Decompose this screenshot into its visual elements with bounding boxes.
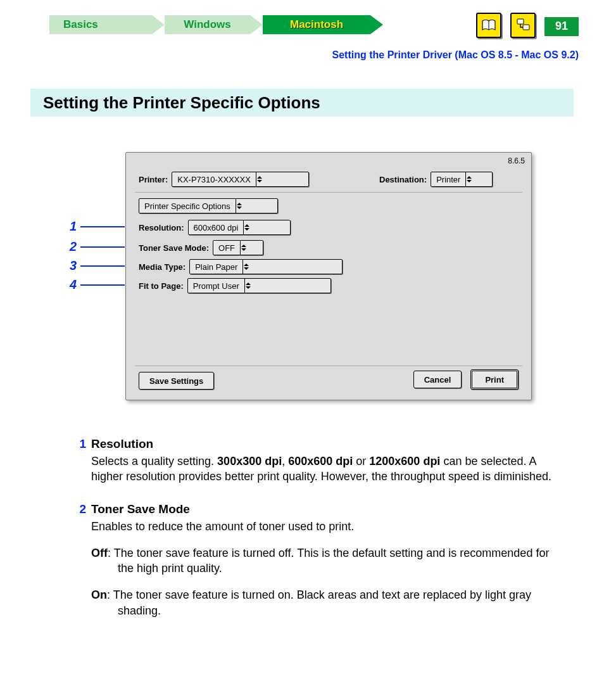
desc-num-2: 2 xyxy=(63,502,91,630)
fit-select[interactable]: Prompt User xyxy=(187,278,331,293)
destination-select[interactable]: Printer xyxy=(431,172,493,187)
book-icon[interactable] xyxy=(476,13,501,38)
page-title: Setting the Printer Specific Options xyxy=(43,93,320,113)
print-button[interactable]: Print xyxy=(470,369,519,390)
toner-label: Toner Save Mode: xyxy=(139,243,209,253)
tab-macintosh[interactable]: MacintoshMacintosh xyxy=(263,15,370,34)
dialog-version: 8.6.5 xyxy=(508,156,525,165)
resolution-select[interactable]: 600x600 dpi xyxy=(188,220,291,235)
dialog-printer-options: 8.6.5 Printer: KX-P7310-XXXXXX Destinati… xyxy=(125,152,532,400)
media-label: Media Type: xyxy=(139,262,186,272)
page-number: 91 xyxy=(544,17,579,36)
fit-label: Fit to Page: xyxy=(139,281,184,291)
toner-select[interactable]: OFF xyxy=(213,240,263,255)
save-settings-button[interactable]: Save Settings xyxy=(139,372,214,390)
panel-category-select[interactable]: Printer Specific Options xyxy=(139,198,278,213)
network-icon[interactable] xyxy=(510,13,536,38)
destination-label: Destination: xyxy=(379,175,427,184)
callout-3: 3 xyxy=(70,258,77,273)
tab-basics[interactable]: Basics xyxy=(49,15,152,34)
callout-1: 1 xyxy=(70,219,77,234)
media-select[interactable]: Plain Paper xyxy=(189,259,343,274)
desc-body-toner: Enables to reduce the amount of toner us… xyxy=(91,519,566,618)
desc-num-1: 1 xyxy=(63,437,91,485)
printer-label: Printer: xyxy=(139,175,168,184)
page-title-band: Setting the Printer Specific Options xyxy=(30,89,574,117)
description-list: 1 Resolution Selects a quality setting. … xyxy=(63,437,566,647)
resolution-label: Resolution: xyxy=(139,223,184,232)
svg-rect-2 xyxy=(523,25,529,30)
desc-title-resolution: Resolution xyxy=(91,437,566,451)
svg-rect-1 xyxy=(517,19,524,24)
cancel-button[interactable]: Cancel xyxy=(413,371,462,388)
tab-windows[interactable]: Windows xyxy=(165,15,250,34)
printer-select[interactable]: KX-P7310-XXXXXX xyxy=(172,172,309,187)
desc-title-toner: Toner Save Mode xyxy=(91,502,566,516)
callout-2: 2 xyxy=(70,239,77,254)
breadcrumb[interactable]: Setting the Printer Driver (Mac OS 8.5 -… xyxy=(332,49,579,61)
callout-4: 4 xyxy=(70,277,77,292)
desc-body-resolution: Selects a quality setting. 300x300 dpi, … xyxy=(91,454,566,485)
